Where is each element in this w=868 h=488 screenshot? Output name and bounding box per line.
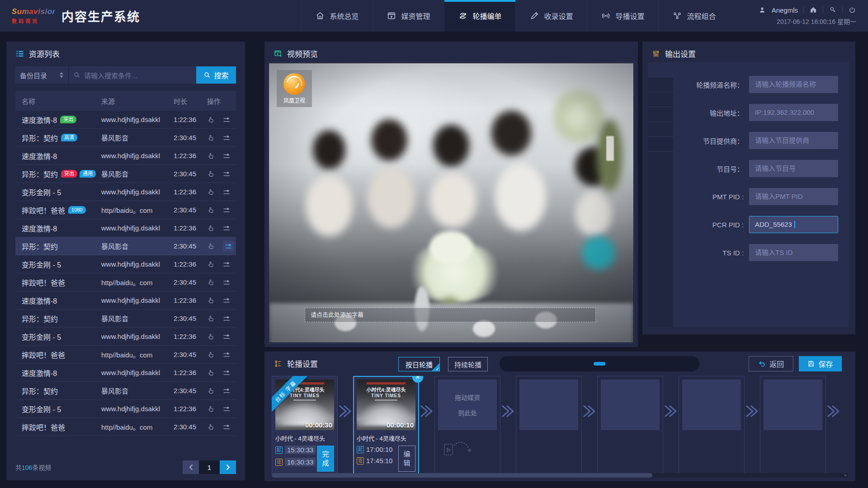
end-time-input[interactable]: 16:30:33: [285, 458, 316, 466]
table-row[interactable]: 摔跤吧！爸爸 http//baidu。com 2:30:45: [15, 273, 236, 291]
directory-filter-select[interactable]: 备份目录: [15, 66, 69, 84]
nav-flow-composition[interactable]: 流程组合: [658, 0, 730, 32]
horizontal-scrollbar[interactable]: [272, 473, 848, 478]
next-page-button[interactable]: [220, 460, 236, 474]
output-tab[interactable]: [648, 92, 673, 107]
table-row[interactable]: 异形：契约 暴风影音 2:30:45: [15, 382, 236, 400]
drop-zone-slot[interactable]: 拖动媒资 到此处: [434, 376, 500, 475]
playlist-card-2-selected[interactable]: ✕ 小时代4:灵魂尽头 TINY TIMES 00:00:10 小时代 - 4灵…: [353, 376, 419, 475]
table-row[interactable]: 异形：契约 暴风影音 2:30:45: [15, 310, 236, 328]
table-row[interactable]: 异形：契约 高清 暴风影音 2:30:45: [15, 129, 236, 147]
playlist-card-1[interactable]: 台标 字幕 小时代4:灵魂尽头 TINY TIMES 00:00:30 小时代 …: [272, 376, 338, 475]
nav-carousel-playlist[interactable]: 轮播编单: [444, 0, 515, 32]
add-to-playlist-icon[interactable]: [223, 333, 231, 340]
add-to-playlist-icon[interactable]: [223, 387, 231, 394]
field-input[interactable]: 请输入节目提供商: [749, 132, 838, 149]
table-row[interactable]: 摔跤吧！爸爸 http//baidu。com 2:30:45: [15, 418, 236, 436]
prev-page-button[interactable]: [183, 460, 199, 474]
date-tab[interactable]: [649, 362, 661, 366]
add-to-playlist-icon[interactable]: [223, 170, 231, 178]
output-tab[interactable]: [648, 137, 673, 152]
preview-hand-icon[interactable]: [207, 351, 215, 358]
preview-hand-icon[interactable]: [207, 116, 215, 123]
preview-hand-icon[interactable]: [207, 314, 215, 322]
table-row[interactable]: 速度激情-8 www.hdjhifjg.dsakkl 1:22:36: [15, 364, 236, 382]
home-shortcut-icon[interactable]: [809, 6, 817, 14]
table-row[interactable]: 异形：契约 暴风影音 2:30:45: [15, 237, 236, 255]
add-to-playlist-icon[interactable]: [223, 206, 231, 214]
preview-hand-icon[interactable]: [207, 170, 215, 178]
video-player[interactable]: 凤凰卫视 请点击此处添加字幕: [268, 62, 634, 343]
table-row[interactable]: 速度激情-8 www.hdjhifjg.dsakkl 1:22:36: [15, 219, 236, 237]
power-icon[interactable]: [848, 6, 856, 14]
preview-hand-icon[interactable]: [207, 206, 215, 214]
empty-playlist-slot[interactable]: [597, 376, 663, 475]
search-input[interactable]: 请输入搜索条件...: [69, 66, 196, 84]
table-row[interactable]: 变形金刚 - 5 www.hdjhifjg.dsakkl 1:22:36: [15, 183, 236, 201]
date-tab[interactable]: [538, 362, 550, 366]
preview-hand-icon[interactable]: [207, 260, 215, 268]
table-row[interactable]: 速度激情-8 www.hdjhifjg.dsakkl 1:22:36: [15, 291, 236, 310]
nav-media-management[interactable]: 媒资管理: [373, 0, 444, 32]
output-tab[interactable]: [648, 122, 673, 137]
add-to-playlist-icon[interactable]: [223, 188, 231, 196]
complete-button[interactable]: 完成: [317, 446, 334, 472]
add-to-playlist-icon[interactable]: [223, 260, 231, 268]
empty-playlist-slot[interactable]: [516, 376, 582, 475]
scrollbar-thumb[interactable]: [272, 473, 652, 478]
edit-button[interactable]: 编辑: [398, 446, 415, 472]
preview-hand-icon[interactable]: [207, 242, 215, 250]
table-row[interactable]: 摔跤吧！爸爸 http//baidu。com 2:30:45: [15, 346, 236, 364]
start-time-input[interactable]: 15:30:33: [285, 446, 316, 454]
add-to-playlist-icon[interactable]: [223, 351, 231, 358]
add-to-playlist-icon[interactable]: [223, 278, 231, 286]
add-to-playlist-icon[interactable]: [223, 241, 234, 251]
date-tab[interactable]: [566, 362, 578, 366]
date-tab[interactable]: [621, 362, 633, 366]
add-to-playlist-icon[interactable]: [223, 224, 231, 232]
continuous-carousel-button[interactable]: 持续轮播: [448, 357, 488, 371]
output-tab[interactable]: [648, 62, 673, 77]
add-to-playlist-icon[interactable]: [223, 405, 231, 413]
preview-hand-icon[interactable]: [207, 369, 215, 376]
preview-hand-icon[interactable]: [207, 224, 215, 232]
date-tab[interactable]: [510, 362, 522, 366]
preview-hand-icon[interactable]: [207, 278, 215, 286]
date-tab[interactable]: [677, 362, 689, 366]
preview-hand-icon[interactable]: [207, 333, 215, 340]
add-to-playlist-icon[interactable]: [223, 369, 231, 376]
nav-recording-settings[interactable]: 收录设置: [515, 0, 587, 32]
empty-playlist-slot[interactable]: [760, 376, 826, 475]
key-icon[interactable]: [829, 6, 837, 14]
field-input[interactable]: 请输入TS ID: [749, 244, 838, 261]
preview-hand-icon[interactable]: [207, 134, 215, 141]
add-to-playlist-icon[interactable]: [223, 152, 231, 160]
preview-hand-icon[interactable]: [207, 423, 215, 431]
field-input[interactable]: IP:192.362.322.000: [749, 104, 838, 121]
subtitle-placeholder-box[interactable]: 请点击此处添加字幕: [305, 308, 596, 322]
table-row[interactable]: 变形金刚 - 5 www.hdjhifjg.dsakkl 1:22:36: [15, 400, 236, 418]
output-tab[interactable]: [648, 77, 673, 92]
field-input[interactable]: ADD_55623: [749, 216, 838, 233]
table-row[interactable]: 变形金刚 - 5 www.hdjhifjg.dsakkl 1:22:36: [15, 255, 236, 273]
search-button[interactable]: 搜索: [196, 66, 236, 84]
preview-hand-icon[interactable]: [207, 188, 215, 196]
save-button[interactable]: 保存: [799, 356, 842, 371]
preview-hand-icon[interactable]: [207, 387, 215, 394]
add-to-playlist-icon[interactable]: [223, 314, 231, 322]
table-row[interactable]: 速度激情-8 www.hdjhifjg.dsakkl 1:22:36: [15, 147, 236, 165]
add-to-playlist-icon[interactable]: [223, 423, 231, 431]
table-row[interactable]: 变形金刚 - 5 www.hdjhifjg.dsakkl 1:22:36: [15, 328, 236, 346]
daily-carousel-button[interactable]: 按日轮播: [398, 357, 440, 371]
nav-director-settings[interactable]: 导播设置: [587, 0, 658, 32]
preview-hand-icon[interactable]: [207, 405, 215, 413]
back-button[interactable]: 返回: [749, 356, 793, 371]
add-to-playlist-icon[interactable]: [223, 134, 231, 141]
preview-hand-icon[interactable]: [207, 152, 215, 160]
empty-playlist-slot[interactable]: [679, 376, 745, 475]
preview-hand-icon[interactable]: [207, 296, 215, 304]
field-input[interactable]: 请输入轮播频道名称: [749, 76, 838, 93]
field-input[interactable]: 请输入节目号: [749, 160, 838, 177]
nav-system-overview[interactable]: 系统总览: [301, 0, 373, 32]
date-tab[interactable]: [594, 362, 605, 366]
